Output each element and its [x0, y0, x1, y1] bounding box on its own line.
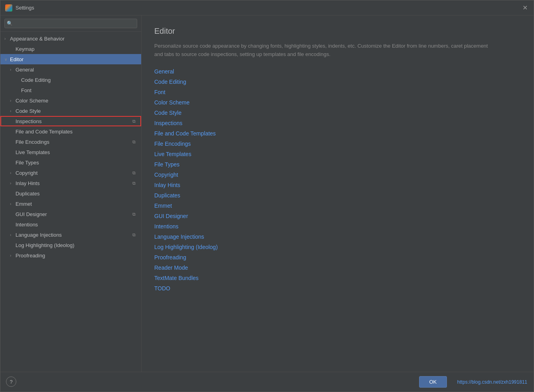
- link-emmet[interactable]: Emmet: [154, 203, 521, 209]
- copy-icon: ⧉: [131, 180, 137, 186]
- chevron-right-icon: ›: [10, 68, 16, 72]
- settings-dialog: Settings ✕ 🔍 › Appearance & Behavior: [0, 0, 534, 392]
- content-title: Editor: [154, 27, 521, 36]
- sidebar-item-label: Intentions: [16, 222, 137, 228]
- sidebar-item-label: Duplicates: [16, 191, 137, 197]
- sidebar-item-file-encodings[interactable]: File Encodings ⧉: [0, 137, 141, 147]
- search-box: 🔍: [0, 15, 141, 32]
- title-bar: Settings ✕: [0, 0, 534, 15]
- main-content: 🔍 › Appearance & Behavior Keymap: [0, 15, 534, 372]
- chevron-right-icon: ›: [4, 37, 10, 41]
- sidebar-item-general[interactable]: › General: [0, 64, 141, 75]
- link-todo[interactable]: TODO: [154, 285, 521, 292]
- search-wrapper: 🔍: [4, 19, 137, 28]
- sidebar-item-live-templates[interactable]: Live Templates: [0, 147, 141, 157]
- copy-icon: ⧉: [131, 211, 137, 217]
- sidebar-item-label: Font: [21, 87, 137, 93]
- link-code-editing[interactable]: Code Editing: [154, 79, 521, 85]
- sidebar-item-appearance[interactable]: › Appearance & Behavior: [0, 33, 141, 44]
- link-inspections[interactable]: Inspections: [154, 120, 521, 126]
- link-general[interactable]: General: [154, 68, 521, 75]
- copy-icon: ⧉: [131, 139, 137, 145]
- external-link[interactable]: https://blog.csdn.net/zxh1991811: [457, 379, 527, 385]
- sidebar-item-label: File and Code Templates: [16, 129, 137, 135]
- content-area: Editor Personalize source code appearanc…: [142, 15, 534, 372]
- link-textmate-bundles[interactable]: TextMate Bundles: [154, 275, 521, 281]
- link-list: General Code Editing Font Color Scheme C…: [154, 68, 521, 292]
- sidebar-item-gui-designer[interactable]: GUI Designer ⧉: [0, 209, 141, 219]
- content-description: Personalize source code appearance by ch…: [154, 42, 496, 59]
- dialog-title: Settings: [16, 5, 34, 11]
- sidebar-item-intentions[interactable]: Intentions: [0, 219, 141, 230]
- help-button[interactable]: ?: [6, 377, 16, 387]
- sidebar-item-proofreading[interactable]: › Proofreading: [0, 250, 141, 261]
- sidebar-item-copyright[interactable]: › Copyright ⧉: [0, 168, 141, 178]
- sidebar-item-emmet[interactable]: › Emmet: [0, 199, 141, 209]
- sidebar-item-label: Language Injections: [16, 232, 129, 238]
- copy-icon: ⧉: [131, 232, 137, 238]
- sidebar-item-file-code-templates[interactable]: File and Code Templates: [0, 126, 141, 137]
- link-proofreading[interactable]: Proofreading: [154, 254, 521, 261]
- chevron-right-icon: ›: [10, 171, 16, 175]
- sidebar-item-color-scheme[interactable]: › Color Scheme: [0, 95, 141, 106]
- sidebar-item-label: General: [16, 67, 137, 73]
- search-icon: 🔍: [7, 21, 13, 26]
- link-intentions[interactable]: Intentions: [154, 223, 521, 230]
- sidebar-item-label: Inspections: [16, 118, 129, 124]
- link-file-code-templates[interactable]: File and Code Templates: [154, 130, 521, 137]
- link-font[interactable]: Font: [154, 89, 521, 95]
- sidebar-item-label: Log Highlighting (Ideolog): [16, 242, 137, 248]
- link-log-highlighting[interactable]: Log Highlighting (Ideolog): [154, 244, 521, 250]
- sidebar-item-label: GUI Designer: [16, 211, 129, 217]
- link-language-injections[interactable]: Language Injections: [154, 234, 521, 240]
- link-duplicates[interactable]: Duplicates: [154, 192, 521, 199]
- chevron-right-icon: ›: [10, 233, 16, 237]
- sidebar-item-label: File Encodings: [16, 139, 129, 145]
- sidebar-item-keymap[interactable]: Keymap: [0, 44, 141, 54]
- app-icon: [5, 4, 12, 12]
- sidebar-item-editor[interactable]: ∨ Editor: [0, 54, 141, 64]
- chevron-right-icon: ›: [10, 253, 16, 258]
- link-live-templates[interactable]: Live Templates: [154, 151, 521, 157]
- copy-icon: ⧉: [131, 170, 137, 176]
- chevron-right-icon: ›: [10, 109, 16, 113]
- sidebar-item-font[interactable]: Font: [0, 85, 141, 95]
- link-code-style[interactable]: Code Style: [154, 110, 521, 116]
- sidebar-item-inspections[interactable]: Inspections ⧉: [0, 116, 141, 126]
- chevron-down-icon: ∨: [4, 57, 10, 62]
- copy-icon: ⧉: [131, 118, 137, 124]
- link-file-encodings[interactable]: File Encodings: [154, 141, 521, 147]
- sidebar-item-label: Emmet: [16, 201, 137, 207]
- link-gui-designer[interactable]: GUI Designer: [154, 213, 521, 219]
- sidebar-item-file-types[interactable]: File Types: [0, 157, 141, 168]
- link-color-scheme[interactable]: Color Scheme: [154, 99, 521, 106]
- sidebar-item-label: Editor: [10, 56, 137, 62]
- sidebar-item-duplicates[interactable]: Duplicates: [0, 188, 141, 199]
- sidebar-item-label: Code Style: [16, 108, 137, 114]
- sidebar-item-inlay-hints[interactable]: › Inlay Hints ⧉: [0, 178, 141, 188]
- title-bar-left: Settings: [5, 4, 34, 12]
- link-copyright[interactable]: Copyright: [154, 172, 521, 178]
- sidebar-item-label: Live Templates: [16, 149, 137, 155]
- chevron-right-icon: ›: [10, 202, 16, 206]
- footer: OK https://blog.csdn.net/zxh1991811: [0, 372, 534, 392]
- sidebar: 🔍 › Appearance & Behavior Keymap: [0, 15, 142, 372]
- link-file-types[interactable]: File Types: [154, 161, 521, 168]
- sidebar-item-log-highlighting[interactable]: Log Highlighting (Ideolog): [0, 240, 141, 250]
- sidebar-item-label: Color Scheme: [16, 98, 137, 104]
- sidebar-item-label: Inlay Hints: [16, 180, 129, 186]
- chevron-right-icon: ›: [10, 98, 16, 103]
- sidebar-item-label: Proofreading: [16, 253, 137, 259]
- chevron-right-icon: ›: [10, 181, 16, 185]
- link-reader-mode[interactable]: Reader Mode: [154, 265, 521, 271]
- link-inlay-hints[interactable]: Inlay Hints: [154, 182, 521, 188]
- sidebar-item-label: Copyright: [16, 170, 129, 176]
- sidebar-item-code-editing[interactable]: Code Editing: [0, 75, 141, 85]
- sidebar-item-label: Appearance & Behavior: [10, 36, 137, 42]
- sidebar-item-label: File Types: [16, 160, 137, 166]
- sidebar-item-language-injections[interactable]: › Language Injections ⧉: [0, 230, 141, 240]
- search-input[interactable]: [4, 19, 137, 28]
- ok-button[interactable]: OK: [419, 376, 447, 388]
- close-button[interactable]: ✕: [521, 4, 529, 12]
- sidebar-item-code-style[interactable]: › Code Style: [0, 106, 141, 116]
